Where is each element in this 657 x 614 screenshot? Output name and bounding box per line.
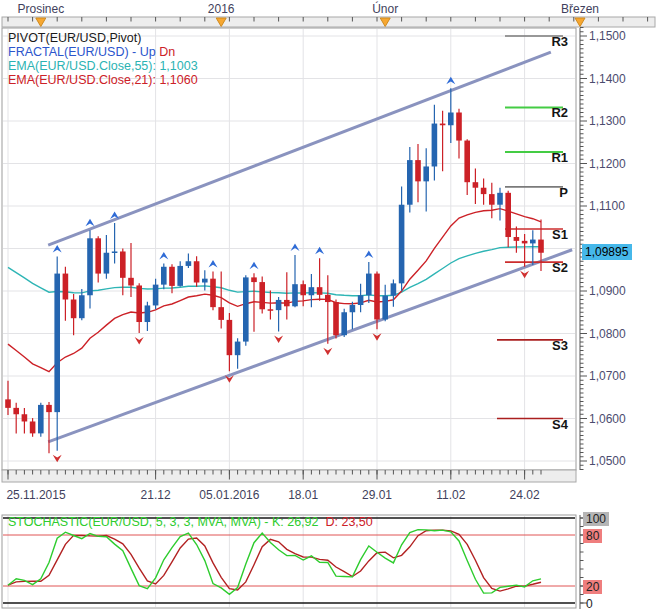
stochastic-axis-label: 0 <box>583 597 596 611</box>
pivot-label-p: P <box>502 186 568 199</box>
month-label: 2016 <box>208 3 235 15</box>
main-chart-legend: PIVOT(EUR/USD,Pivot) FRACTAL(EUR/USD) - … <box>8 31 198 87</box>
candle[interactable] <box>5 399 11 408</box>
candle[interactable] <box>218 307 224 320</box>
candle[interactable] <box>46 405 52 412</box>
candle[interactable] <box>136 285 142 322</box>
candle[interactable] <box>407 160 413 205</box>
price-axis-label: 1,0800 <box>589 328 626 340</box>
date-axis-label: 29.01 <box>362 489 392 501</box>
trading-chart-window: PIVOT(EUR/USD,Pivot) FRACTAL(EUR/USD) - … <box>0 0 657 614</box>
top-date-ruler <box>2 17 655 27</box>
stochastic-axis-label: 100 <box>583 512 609 526</box>
legend-ema55: EMA(EUR/USD.Close,55): 1,1003 <box>8 59 198 73</box>
candle[interactable] <box>276 300 282 310</box>
pivot-label-s3: S3 <box>502 339 568 352</box>
stochastic-d-value: D: 23,50 <box>325 515 372 529</box>
candle[interactable] <box>259 282 265 309</box>
pivot-label-s2: S2 <box>502 261 568 274</box>
candle[interactable] <box>366 274 372 296</box>
candle[interactable] <box>38 405 44 433</box>
month-label: Březen <box>561 3 599 15</box>
legend-pivot: PIVOT(EUR/USD,Pivot) <box>8 31 198 45</box>
candle[interactable] <box>374 274 380 320</box>
candle[interactable] <box>145 305 151 322</box>
candle[interactable] <box>169 267 175 286</box>
candle[interactable] <box>415 160 421 181</box>
legend-ema21: EMA(EUR/USD.Close,21): 1,1060 <box>8 73 198 87</box>
candle[interactable] <box>95 238 101 273</box>
candle[interactable] <box>128 278 134 286</box>
stochastic-axis-label: 80 <box>583 529 602 543</box>
candle[interactable] <box>538 240 544 253</box>
candle[interactable] <box>448 113 454 126</box>
candle[interactable] <box>325 295 331 302</box>
candle[interactable] <box>432 124 438 167</box>
candle[interactable] <box>317 287 323 295</box>
candle[interactable] <box>464 141 470 183</box>
date-axis-label: 25.11.2015 <box>6 489 65 501</box>
price-axis-label: 1,1100 <box>589 200 625 212</box>
bottom-date-ruler <box>2 470 576 482</box>
candle[interactable] <box>161 267 167 285</box>
candle[interactable] <box>30 421 36 433</box>
candle[interactable] <box>300 284 306 295</box>
date-axis-label: 24.02 <box>510 489 540 501</box>
candle[interactable] <box>423 166 429 181</box>
price-axis-label: 1,1400 <box>589 73 626 85</box>
candle[interactable] <box>177 266 183 286</box>
candle[interactable] <box>112 251 118 253</box>
candle[interactable] <box>350 305 356 312</box>
date-axis-label: 05.01.2016 <box>199 489 259 501</box>
candle[interactable] <box>54 274 60 413</box>
candle[interactable] <box>309 287 315 295</box>
candle[interactable] <box>522 241 528 244</box>
candle[interactable] <box>79 295 85 318</box>
candle[interactable] <box>440 124 446 126</box>
month-label: Únor <box>372 3 398 15</box>
candle[interactable] <box>22 414 28 421</box>
candle[interactable] <box>235 342 241 356</box>
candle[interactable] <box>292 284 298 306</box>
candle[interactable] <box>456 113 462 141</box>
candle[interactable] <box>399 205 405 284</box>
stochastic-legend: STOCHASTIC(EUR/USD, 5, 3, 3, MVA, MVA) -… <box>8 516 373 529</box>
candle[interactable] <box>63 274 69 300</box>
candle[interactable] <box>153 285 159 306</box>
candle[interactable] <box>284 300 290 306</box>
pivot-label-r2: R2 <box>502 106 568 119</box>
pivot-label-r3: R3 <box>502 35 568 48</box>
pivot-label-s4: S4 <box>502 418 568 431</box>
candle[interactable] <box>71 300 77 319</box>
stochastic-k-value: K: 26,92 <box>272 515 319 529</box>
candle[interactable] <box>391 283 397 295</box>
candle[interactable] <box>210 279 216 307</box>
candle[interactable] <box>473 182 479 188</box>
candle[interactable] <box>481 188 487 194</box>
last-price-badge: 1,09895 <box>582 244 632 260</box>
candle[interactable] <box>268 309 274 311</box>
price-axis-label: 1,1200 <box>589 158 626 170</box>
candle[interactable] <box>333 302 339 335</box>
candle[interactable] <box>382 296 388 320</box>
candle[interactable] <box>202 279 208 283</box>
price-axis-label: 1,0500 <box>589 455 626 467</box>
candle[interactable] <box>341 312 347 335</box>
candle[interactable] <box>120 251 126 277</box>
legend-fractal: FRACTAL(EUR/USD) - Up Dn <box>8 45 198 59</box>
stochastic-legend-label: STOCHASTIC(EUR/USD, 5, 3, 3, MVA, MVA) - <box>8 515 272 529</box>
legend-fractal-label: FRACTAL(EUR/USD) - <box>8 45 140 59</box>
candle[interactable] <box>251 277 257 282</box>
legend-fractal-up: Up <box>140 45 156 59</box>
month-label: Prosinec <box>17 3 64 15</box>
candle[interactable] <box>13 408 19 414</box>
candle[interactable] <box>489 194 495 205</box>
candle[interactable] <box>104 253 110 274</box>
candle[interactable] <box>87 238 93 295</box>
candle[interactable] <box>186 261 192 266</box>
candle[interactable] <box>243 277 249 341</box>
candle[interactable] <box>358 295 364 305</box>
candle[interactable] <box>227 320 233 355</box>
candle[interactable] <box>194 261 200 282</box>
price-axis-label: 1,1500 <box>589 30 626 42</box>
